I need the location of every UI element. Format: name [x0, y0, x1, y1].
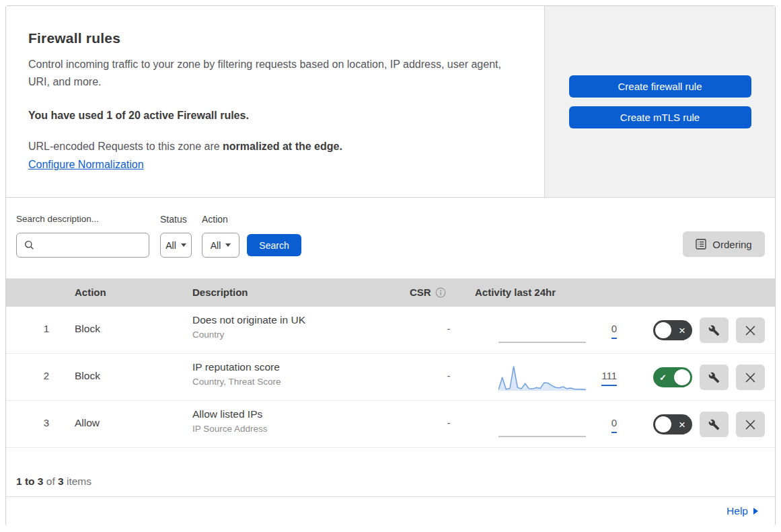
activity-sparkline — [498, 363, 586, 392]
close-icon — [745, 420, 755, 430]
firewall-rules-panel: Firewall rules Control incoming traffic … — [5, 5, 776, 526]
rule-enabled-toggle[interactable]: × — [653, 320, 692, 340]
help-link-label: Help — [727, 505, 748, 517]
info-icon[interactable] — [435, 287, 446, 298]
actions-side-panel: Create firewall rule Create mTLS rule — [544, 6, 775, 197]
rule-csr-value: - — [437, 417, 461, 428]
action-filter-dropdown[interactable]: All — [202, 233, 239, 258]
toggle-on-check-icon: ✓ — [659, 373, 667, 382]
ordering-button[interactable]: Ordering — [683, 231, 765, 257]
search-input-wrapper[interactable] — [16, 233, 149, 258]
rules-table-body: 1 Block Does not originate in UK Country… — [6, 307, 775, 448]
edit-rule-button[interactable] — [700, 365, 729, 390]
rule-enabled-toggle[interactable]: ✓ — [653, 367, 692, 387]
rule-description: Allow listed IPs IP Source Address — [192, 408, 268, 434]
rule-description-title: Allow listed IPs — [192, 408, 268, 420]
table-row: 3 Allow Allow listed IPs IP Source Addre… — [6, 401, 775, 448]
rule-action: Block — [75, 370, 100, 382]
rule-enabled-toggle[interactable]: × — [653, 414, 692, 434]
rule-action: Block — [75, 323, 100, 335]
rule-priority: 3 — [26, 417, 49, 428]
action-filter-label: Action — [202, 214, 228, 225]
rule-description-title: Does not originate in UK — [192, 314, 305, 326]
rule-description-title: IP reputation score — [192, 361, 281, 373]
items-range: 1 to 3 — [16, 476, 43, 487]
search-button[interactable]: Search — [247, 234, 301, 256]
help-bar: Help — [6, 496, 775, 526]
chevron-down-icon — [181, 243, 186, 247]
close-icon — [745, 373, 755, 383]
rule-priority: 2 — [26, 370, 49, 381]
header-text-block: Firewall rules Control incoming traffic … — [28, 6, 529, 171]
normalization-prefix: URL-encoded Requests to this zone are — [28, 141, 223, 152]
page-description: Control incoming traffic to your zone by… — [28, 56, 516, 91]
chevron-down-icon — [225, 243, 231, 247]
status-filter-value: All — [165, 240, 176, 251]
normalization-note: URL-encoded Requests to this zone are no… — [28, 141, 529, 153]
create-mtls-rule-button[interactable]: Create mTLS rule — [569, 106, 751, 128]
rule-action: Allow — [75, 417, 100, 429]
column-header-activity: Activity last 24hr — [475, 278, 556, 307]
rule-criteria: Country, Threat Score — [192, 377, 281, 387]
rule-criteria: Country — [192, 330, 305, 340]
help-link[interactable]: Help — [727, 505, 758, 517]
page-title: Firewall rules — [28, 30, 529, 46]
rule-priority: 1 — [26, 323, 49, 334]
normalization-bold: normalized at the edge. — [223, 141, 342, 152]
activity-count-link[interactable]: 111 — [601, 370, 617, 386]
table-row: 2 Block IP reputation score Country, Thr… — [6, 354, 775, 401]
rule-description: Does not originate in UK Country — [192, 314, 305, 340]
create-firewall-rule-button[interactable]: Create firewall rule — [569, 75, 751, 98]
table-footer: 1 to 3 of 3 items — [6, 448, 775, 496]
toggle-off-x-icon: × — [679, 325, 685, 336]
activity-flatline — [498, 342, 586, 343]
wrench-icon — [708, 419, 720, 430]
delete-rule-button[interactable] — [736, 365, 765, 390]
delete-rule-button[interactable] — [736, 317, 765, 343]
toggle-knob — [655, 416, 671, 432]
toggle-knob — [674, 369, 690, 385]
activity-count-link[interactable]: 0 — [611, 417, 617, 433]
csr-label: CSR — [410, 278, 431, 307]
usage-summary: You have used 1 of 20 active Firewall ru… — [28, 110, 529, 122]
activity-flatline — [498, 436, 586, 437]
rule-criteria: IP Source Address — [192, 424, 268, 434]
rule-description: IP reputation score Country, Threat Scor… — [192, 361, 281, 387]
items-range-label: 1 to 3 of 3 items — [16, 476, 91, 488]
table-header: Action Description CSR Activity last 24h… — [6, 278, 775, 307]
status-filter-dropdown[interactable]: All — [160, 233, 192, 258]
items-total: 3 — [58, 476, 64, 487]
chevron-right-icon — [753, 508, 758, 515]
search-input[interactable] — [34, 240, 149, 251]
column-header-action: Action — [75, 278, 106, 307]
close-icon — [745, 326, 755, 336]
search-icon — [24, 240, 34, 250]
column-header-description: Description — [192, 278, 248, 307]
activity-count-link[interactable]: 0 — [611, 323, 617, 339]
filter-bar: Search description... Status All Action … — [6, 198, 775, 278]
rule-csr-value: - — [437, 323, 461, 334]
toggle-off-x-icon: × — [679, 419, 685, 430]
wrench-icon — [708, 372, 720, 383]
rule-csr-value: - — [437, 370, 461, 381]
wrench-icon — [708, 325, 720, 336]
edit-rule-button[interactable] — [700, 317, 729, 343]
action-filter-value: All — [211, 240, 221, 251]
toggle-knob — [655, 322, 671, 338]
search-description-label: Search description... — [16, 214, 99, 224]
ordering-list-icon — [696, 239, 706, 250]
edit-rule-button[interactable] — [700, 412, 729, 437]
header-section: Firewall rules Control incoming traffic … — [6, 6, 775, 198]
column-header-csr: CSR — [410, 278, 446, 307]
status-filter-label: Status — [160, 214, 187, 225]
table-row: 1 Block Does not originate in UK Country… — [6, 307, 775, 354]
configure-normalization-link[interactable]: Configure Normalization — [28, 159, 144, 171]
ordering-button-label: Ordering — [712, 239, 751, 250]
delete-rule-button[interactable] — [736, 412, 765, 437]
